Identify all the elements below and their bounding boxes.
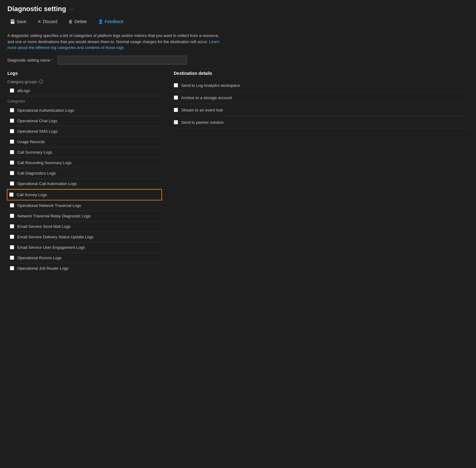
feedback-icon: 👤 — [98, 19, 103, 24]
checkbox-cat1[interactable] — [10, 108, 14, 112]
label-cat11[interactable]: Network Traversal Relay Diagnostic Logs — [17, 214, 91, 218]
checkbox-cat11[interactable] — [10, 214, 14, 218]
checkbox-cat12[interactable] — [10, 224, 14, 228]
dest-label-dest4[interactable]: Send to partner solution — [181, 120, 224, 125]
label-cat10[interactable]: Operational Network Traversal Logs — [17, 203, 81, 208]
checkbox-cat16[interactable] — [10, 266, 14, 270]
checkbox-cat2[interactable] — [10, 119, 14, 123]
dest-label-dest2[interactable]: Archive to a storage account — [181, 95, 232, 100]
label-cat4[interactable]: Usage Records — [17, 139, 45, 144]
page-title-row: Diagnostic setting ··· — [7, 5, 469, 13]
dest-checkbox-dest2[interactable] — [174, 95, 178, 100]
category-item-cat1: Operational Authentication Logs — [7, 105, 161, 116]
category-item-cat8: Operational Call Automation Logs — [7, 179, 161, 189]
checkbox-cat3[interactable] — [10, 129, 14, 133]
destination-section-title: Destination details — [174, 71, 469, 76]
discard-icon: ✕ — [38, 19, 41, 24]
main-content: Logs Category groups i allLogs Categorie… — [7, 71, 469, 273]
category-item-cat11: Network Traversal Relay Diagnostic Logs — [7, 211, 161, 221]
save-button[interactable]: 💾 Save — [7, 18, 29, 25]
label-cat6[interactable]: Call Recording Summary Logs — [17, 160, 71, 165]
label-cat12[interactable]: Email Service Send Mail Logs — [17, 224, 71, 229]
label-cat5[interactable]: Call Summary Logs — [17, 150, 52, 155]
category-item-cat9: Call Survey Logs — [7, 189, 162, 200]
checkbox-cat14[interactable] — [10, 245, 14, 249]
required-indicator: * — [51, 58, 53, 63]
checkbox-cat6[interactable] — [10, 160, 14, 165]
checkbox-cat10[interactable] — [10, 203, 14, 208]
category-item-cat2: Operational Chat Logs — [7, 116, 161, 126]
label-cat2[interactable]: Operational Chat Logs — [17, 119, 57, 123]
description-text: A diagnostic setting specifies a list of… — [7, 33, 223, 51]
label-cat3[interactable]: Operational SMS Logs — [17, 129, 58, 134]
logs-section-title: Logs — [7, 71, 161, 76]
dest-label-dest3[interactable]: Stream to an event hub — [181, 108, 223, 112]
save-icon: 💾 — [10, 19, 15, 24]
checkbox-cat4[interactable] — [10, 139, 14, 144]
checkbox-cat9[interactable] — [9, 192, 14, 197]
category-item-cat6: Call Recording Summary Logs — [7, 158, 161, 168]
dest-label-dest1[interactable]: Send to Log Analytics workspace — [181, 83, 240, 88]
category-item-cat3: Operational SMS Logs — [7, 126, 161, 137]
destination-item-dest4: Send to partner solution — [174, 116, 469, 129]
delete-icon: 🗑 — [68, 19, 73, 24]
all-logs-item: allLogs — [7, 87, 161, 95]
label-cat16[interactable]: Operational Job Router Logs — [17, 266, 68, 271]
checkbox-cat5[interactable] — [10, 150, 14, 154]
discard-button[interactable]: ✕ Discard — [35, 18, 60, 25]
page-container: Diagnostic setting ··· 💾 Save ✕ Discard … — [0, 0, 476, 278]
category-item-cat12: Email Service Send Mail Logs — [7, 221, 161, 232]
checkbox-cat13[interactable] — [10, 235, 14, 239]
category-item-cat4: Usage Records — [7, 137, 161, 147]
logs-section: Logs Category groups i allLogs Categorie… — [7, 71, 161, 273]
label-cat8[interactable]: Operational Call Automation Logs — [17, 181, 77, 186]
destination-section: Destination details Send to Log Analytic… — [174, 71, 469, 129]
category-item-cat14: Email Service User Engagement Logs — [7, 242, 161, 253]
info-icon[interactable]: i — [39, 79, 43, 84]
destination-item-dest1: Send to Log Analytics workspace — [174, 79, 469, 92]
category-item-cat16: Operational Job Router Logs — [7, 263, 161, 273]
label-cat15[interactable]: Operational Rooms Logs — [17, 256, 62, 260]
ellipsis-menu[interactable]: ··· — [69, 6, 74, 12]
label-cat7[interactable]: Call Diagnostics Logs — [17, 171, 56, 176]
category-item-cat7: Call Diagnostics Logs — [7, 168, 161, 179]
label-cat14[interactable]: Email Service User Engagement Logs — [17, 245, 85, 250]
categories-label: Categories — [7, 99, 161, 103]
all-logs-checkbox[interactable] — [10, 88, 14, 93]
dest-checkbox-dest1[interactable] — [174, 83, 178, 87]
category-item-cat5: Call Summary Logs — [7, 147, 161, 158]
label-cat9[interactable]: Call Survey Logs — [17, 192, 47, 197]
category-item-cat13: Email Service Delivery Status Update Log… — [7, 232, 161, 242]
setting-name-row: Diagnostic setting name * — [7, 56, 469, 65]
label-cat13[interactable]: Email Service Delivery Status Update Log… — [17, 235, 94, 239]
dest-checkbox-dest4[interactable] — [174, 120, 178, 124]
checkbox-cat15[interactable] — [10, 256, 14, 260]
category-groups-label: Category groups i — [7, 79, 161, 84]
checkbox-cat8[interactable] — [10, 181, 14, 186]
setting-name-label: Diagnostic setting name * — [7, 58, 53, 63]
page-title: Diagnostic setting — [7, 5, 66, 13]
destination-item-dest2: Archive to a storage account — [174, 92, 469, 104]
delete-button[interactable]: 🗑 Delete — [66, 18, 89, 25]
categories-list: Operational Authentication LogsOperation… — [7, 105, 161, 273]
destination-list: Send to Log Analytics workspaceArchive t… — [174, 79, 469, 129]
all-logs-label[interactable]: allLogs — [17, 88, 30, 93]
category-item-cat15: Operational Rooms Logs — [7, 253, 161, 263]
label-cat1[interactable]: Operational Authentication Logs — [17, 108, 74, 113]
destination-item-dest3: Stream to an event hub — [174, 104, 469, 116]
checkbox-cat7[interactable] — [10, 171, 14, 175]
toolbar: 💾 Save ✕ Discard 🗑 Delete 👤 Feedback — [7, 18, 469, 28]
setting-name-input[interactable] — [58, 56, 187, 65]
feedback-button[interactable]: 👤 Feedback — [96, 18, 126, 25]
dest-checkbox-dest3[interactable] — [174, 108, 178, 112]
category-item-cat10: Operational Network Traversal Logs — [7, 200, 161, 211]
